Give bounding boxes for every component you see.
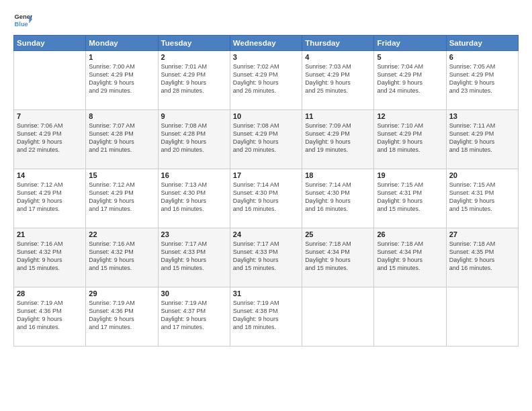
day-number: 24 — [233, 230, 299, 238]
page: General Blue SundayMondayTuesdayWednesda… — [0, 0, 532, 411]
day-number: 14 — [17, 171, 83, 179]
calendar-cell: 17Sunrise: 7:14 AM Sunset: 4:30 PM Dayli… — [230, 169, 302, 228]
calendar-body: 1Sunrise: 7:00 AM Sunset: 4:29 PM Daylig… — [14, 51, 519, 347]
calendar-cell: 29Sunrise: 7:19 AM Sunset: 4:36 PM Dayli… — [86, 287, 158, 347]
calendar-cell — [374, 287, 446, 347]
day-number: 15 — [89, 171, 154, 179]
calendar-cell: 25Sunrise: 7:18 AM Sunset: 4:34 PM Dayli… — [302, 228, 374, 287]
calendar-cell: 2Sunrise: 7:01 AM Sunset: 4:29 PM Daylig… — [158, 51, 230, 110]
day-info: Sunrise: 7:18 AM Sunset: 4:34 PM Dayligh… — [377, 240, 443, 273]
day-number: 25 — [305, 230, 371, 238]
calendar-cell: 16Sunrise: 7:13 AM Sunset: 4:30 PM Dayli… — [158, 169, 230, 228]
day-info: Sunrise: 7:08 AM Sunset: 4:28 PM Dayligh… — [161, 122, 227, 154]
calendar-cell: 20Sunrise: 7:15 AM Sunset: 4:31 PM Dayli… — [446, 169, 518, 228]
calendar-cell: 9Sunrise: 7:08 AM Sunset: 4:28 PM Daylig… — [158, 110, 230, 169]
calendar-cell: 4Sunrise: 7:03 AM Sunset: 4:29 PM Daylig… — [302, 51, 374, 110]
day-of-week-header: Monday — [86, 36, 158, 51]
day-number: 8 — [89, 112, 154, 120]
day-info: Sunrise: 7:07 AM Sunset: 4:28 PM Dayligh… — [89, 122, 154, 154]
calendar-cell: 19Sunrise: 7:15 AM Sunset: 4:31 PM Dayli… — [374, 169, 446, 228]
calendar-cell: 12Sunrise: 7:10 AM Sunset: 4:29 PM Dayli… — [374, 110, 446, 169]
calendar-cell — [446, 287, 518, 347]
day-of-week-header: Tuesday — [158, 36, 230, 51]
day-info: Sunrise: 7:15 AM Sunset: 4:31 PM Dayligh… — [449, 181, 515, 214]
day-number: 4 — [305, 53, 371, 61]
day-number: 11 — [305, 112, 371, 120]
day-info: Sunrise: 7:11 AM Sunset: 4:29 PM Dayligh… — [449, 122, 515, 154]
day-of-week-header: Thursday — [302, 36, 374, 51]
calendar-cell — [302, 287, 374, 347]
day-number: 6 — [449, 53, 515, 61]
calendar-week-row: 1Sunrise: 7:00 AM Sunset: 4:29 PM Daylig… — [14, 51, 519, 110]
calendar-cell: 5Sunrise: 7:04 AM Sunset: 4:29 PM Daylig… — [374, 51, 446, 110]
day-info: Sunrise: 7:04 AM Sunset: 4:29 PM Dayligh… — [377, 62, 443, 95]
calendar-week-row: 21Sunrise: 7:16 AM Sunset: 4:32 PM Dayli… — [14, 228, 519, 287]
calendar-cell: 23Sunrise: 7:17 AM Sunset: 4:33 PM Dayli… — [158, 228, 230, 287]
calendar-cell: 15Sunrise: 7:12 AM Sunset: 4:29 PM Dayli… — [86, 169, 158, 228]
day-number: 12 — [377, 112, 443, 120]
day-of-week-header: Saturday — [446, 36, 518, 51]
day-number: 3 — [233, 53, 299, 61]
day-info: Sunrise: 7:19 AM Sunset: 4:38 PM Dayligh… — [233, 299, 299, 332]
svg-text:Blue: Blue — [15, 21, 28, 28]
day-number: 21 — [17, 230, 83, 238]
day-info: Sunrise: 7:18 AM Sunset: 4:34 PM Dayligh… — [305, 240, 371, 273]
days-of-week-row: SundayMondayTuesdayWednesdayThursdayFrid… — [14, 36, 519, 51]
logo: General Blue — [13, 11, 32, 30]
day-info: Sunrise: 7:06 AM Sunset: 4:29 PM Dayligh… — [17, 122, 83, 154]
calendar-header: SundayMondayTuesdayWednesdayThursdayFrid… — [14, 36, 519, 51]
day-info: Sunrise: 7:03 AM Sunset: 4:29 PM Dayligh… — [305, 62, 371, 95]
day-info: Sunrise: 7:12 AM Sunset: 4:29 PM Dayligh… — [17, 181, 83, 214]
calendar-cell: 7Sunrise: 7:06 AM Sunset: 4:29 PM Daylig… — [14, 110, 86, 169]
day-number: 10 — [233, 112, 299, 120]
day-info: Sunrise: 7:01 AM Sunset: 4:29 PM Dayligh… — [161, 62, 227, 95]
day-number: 17 — [233, 171, 299, 179]
day-number: 18 — [305, 171, 371, 179]
day-info: Sunrise: 7:15 AM Sunset: 4:31 PM Dayligh… — [377, 181, 443, 214]
calendar-cell: 8Sunrise: 7:07 AM Sunset: 4:28 PM Daylig… — [86, 110, 158, 169]
day-info: Sunrise: 7:14 AM Sunset: 4:30 PM Dayligh… — [305, 181, 371, 214]
day-info: Sunrise: 7:09 AM Sunset: 4:29 PM Dayligh… — [305, 122, 371, 154]
day-number: 30 — [161, 289, 227, 298]
calendar-cell: 31Sunrise: 7:19 AM Sunset: 4:38 PM Dayli… — [230, 287, 302, 347]
calendar-cell: 28Sunrise: 7:19 AM Sunset: 4:36 PM Dayli… — [14, 287, 86, 347]
day-number: 26 — [377, 230, 443, 238]
day-info: Sunrise: 7:17 AM Sunset: 4:33 PM Dayligh… — [233, 240, 299, 273]
day-number: 27 — [449, 230, 515, 238]
calendar-cell: 11Sunrise: 7:09 AM Sunset: 4:29 PM Dayli… — [302, 110, 374, 169]
calendar-cell: 14Sunrise: 7:12 AM Sunset: 4:29 PM Dayli… — [14, 169, 86, 228]
calendar-cell: 22Sunrise: 7:16 AM Sunset: 4:32 PM Dayli… — [86, 228, 158, 287]
calendar-cell: 6Sunrise: 7:05 AM Sunset: 4:29 PM Daylig… — [446, 51, 518, 110]
calendar-cell: 27Sunrise: 7:18 AM Sunset: 4:35 PM Dayli… — [446, 228, 518, 287]
day-info: Sunrise: 7:08 AM Sunset: 4:29 PM Dayligh… — [233, 122, 299, 154]
day-info: Sunrise: 7:02 AM Sunset: 4:29 PM Dayligh… — [233, 62, 299, 95]
calendar-cell: 13Sunrise: 7:11 AM Sunset: 4:29 PM Dayli… — [446, 110, 518, 169]
day-info: Sunrise: 7:05 AM Sunset: 4:29 PM Dayligh… — [449, 62, 515, 95]
calendar-cell: 26Sunrise: 7:18 AM Sunset: 4:34 PM Dayli… — [374, 228, 446, 287]
calendar-cell: 10Sunrise: 7:08 AM Sunset: 4:29 PM Dayli… — [230, 110, 302, 169]
day-number: 9 — [161, 112, 227, 120]
day-info: Sunrise: 7:19 AM Sunset: 4:36 PM Dayligh… — [17, 299, 83, 332]
calendar-table: SundayMondayTuesdayWednesdayThursdayFrid… — [13, 35, 519, 347]
day-info: Sunrise: 7:12 AM Sunset: 4:29 PM Dayligh… — [89, 181, 154, 214]
calendar-cell — [14, 51, 86, 110]
calendar-week-row: 14Sunrise: 7:12 AM Sunset: 4:29 PM Dayli… — [14, 169, 519, 228]
day-info: Sunrise: 7:19 AM Sunset: 4:37 PM Dayligh… — [161, 299, 227, 332]
day-info: Sunrise: 7:10 AM Sunset: 4:29 PM Dayligh… — [377, 122, 443, 154]
calendar-cell: 21Sunrise: 7:16 AM Sunset: 4:32 PM Dayli… — [14, 228, 86, 287]
day-of-week-header: Sunday — [14, 36, 86, 51]
calendar-cell: 24Sunrise: 7:17 AM Sunset: 4:33 PM Dayli… — [230, 228, 302, 287]
day-number: 7 — [17, 112, 83, 120]
calendar-week-row: 28Sunrise: 7:19 AM Sunset: 4:36 PM Dayli… — [14, 287, 519, 347]
day-number: 20 — [449, 171, 515, 179]
calendar-cell: 30Sunrise: 7:19 AM Sunset: 4:37 PM Dayli… — [158, 287, 230, 347]
day-number: 29 — [89, 289, 154, 298]
day-number: 5 — [377, 53, 443, 61]
day-info: Sunrise: 7:16 AM Sunset: 4:32 PM Dayligh… — [89, 240, 154, 273]
day-number: 1 — [89, 53, 154, 61]
day-info: Sunrise: 7:17 AM Sunset: 4:33 PM Dayligh… — [161, 240, 227, 273]
day-number: 31 — [233, 289, 299, 298]
day-number: 13 — [449, 112, 515, 120]
header: General Blue — [13, 11, 519, 30]
day-number: 28 — [17, 289, 83, 298]
